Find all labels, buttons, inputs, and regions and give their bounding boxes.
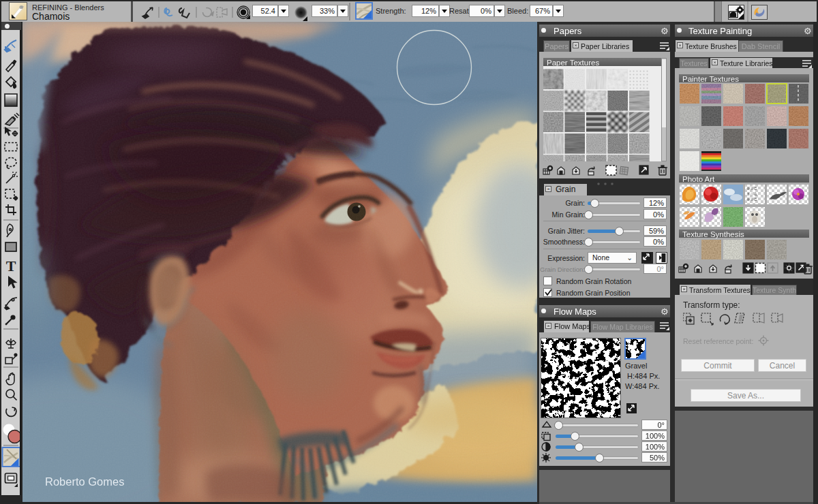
svg-text:♔♕♖: ♔♕♖ xyxy=(746,187,757,191)
svg-text:♔♕♖: ♔♕♖ xyxy=(746,198,757,202)
svg-text:T: T xyxy=(6,257,16,274)
svg-text:Roberto Gomes: Roberto Gomes xyxy=(45,475,124,488)
svg-text:♗♘♙: ♗♘♙ xyxy=(746,192,757,196)
